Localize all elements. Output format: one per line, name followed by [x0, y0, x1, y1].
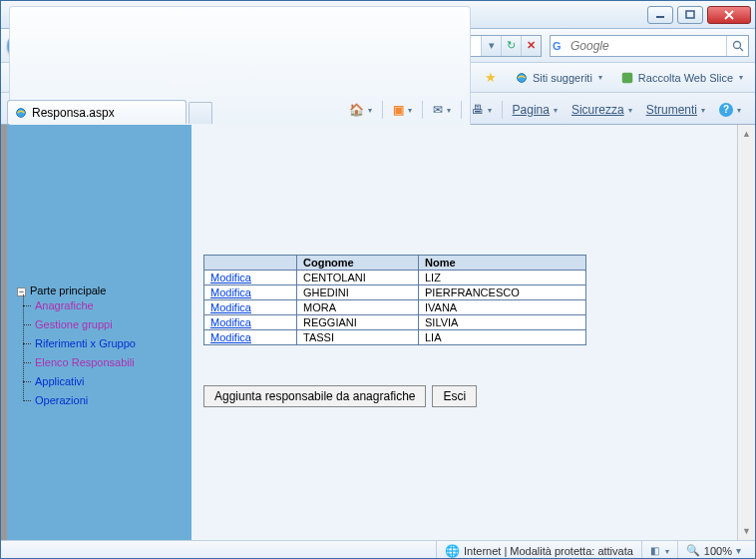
cell-cognome: MORA	[297, 300, 419, 315]
page-label: Pagina	[513, 103, 550, 117]
zoom-control[interactable]: 🔍 100% ▾	[677, 541, 749, 559]
close-button[interactable]	[707, 6, 751, 24]
svg-rect-9	[622, 72, 633, 83]
search-input[interactable]	[568, 38, 726, 54]
edit-link[interactable]: Modifica	[210, 301, 251, 313]
svg-line-7	[740, 48, 743, 51]
status-dropdown[interactable]	[663, 545, 669, 556]
globe-icon: 🌐	[445, 544, 460, 558]
cell-nome: LIA	[419, 330, 586, 345]
status-bar: 🌐 Internet | Modalità protetta: attivata…	[1, 540, 755, 559]
scroll-down-icon[interactable]: ▼	[742, 524, 751, 538]
zoom-icon: 🔍	[686, 544, 700, 557]
edit-link[interactable]: Modifica	[210, 272, 251, 283]
home-icon: 🏠	[349, 103, 364, 117]
feeds-button[interactable]: ▣	[389, 101, 416, 119]
ie-icon	[14, 106, 28, 120]
tab-label: Responsa.aspx	[32, 106, 115, 120]
safety-menu[interactable]: Sicurezza	[567, 101, 636, 119]
vertical-scrollbar[interactable]: ▲ ▼	[737, 125, 755, 540]
suggested-sites-link[interactable]: Siti suggeriti	[511, 71, 606, 85]
svg-text:G: G	[553, 40, 562, 52]
add-responsabile-button[interactable]: Aggiunta responsabile da anagrafiche	[203, 385, 426, 407]
tree-item[interactable]: Operazioni	[15, 391, 184, 410]
collapse-icon[interactable]: −	[17, 287, 26, 296]
tree-item[interactable]: Riferimenti x Gruppo	[15, 334, 184, 353]
th-action	[204, 256, 297, 271]
edit-link[interactable]: Modifica	[210, 316, 251, 328]
security-zone: 🌐 Internet | Modalità protetta: attivata	[436, 541, 641, 559]
edit-link[interactable]: Modifica	[210, 331, 251, 343]
table-row: ModificaGHEDINIPIERFRANCESCO	[204, 285, 586, 300]
tools-menu[interactable]: Strumenti	[642, 101, 709, 119]
tree-item-label: Applicativi	[35, 375, 85, 387]
cell-nome: SILVIA	[419, 315, 586, 330]
cell-cognome: GHEDINI	[297, 285, 419, 300]
content-area: −Parte principale AnagraficheGestione gr…	[1, 125, 755, 540]
page-menu[interactable]: Pagina	[509, 101, 562, 119]
svg-rect-1	[656, 16, 664, 18]
zoom-label: 100%	[704, 545, 732, 557]
favorites-bar: ★ Preferiti ★ Siti suggeriti Raccolta We…	[1, 63, 755, 93]
tree-item[interactable]: Gestione gruppi	[15, 315, 184, 334]
main-panel: Cognome Nome ModificaCENTOLANILIZModific…	[191, 125, 737, 540]
star-add-icon: ★	[485, 70, 497, 85]
refresh-button[interactable]: ↻	[501, 36, 521, 56]
search-button[interactable]	[726, 36, 748, 56]
webslice-link[interactable]: Raccolta Web Slice	[616, 71, 747, 85]
maximize-button[interactable]	[677, 6, 703, 24]
tree-sidebar: −Parte principale AnagraficheGestione gr…	[7, 125, 191, 540]
help-button[interactable]: ?	[715, 101, 745, 119]
table-row: ModificaTASSILIA	[204, 330, 586, 345]
rss-icon: ▣	[393, 103, 404, 117]
cell-nome: IVANA	[419, 300, 586, 315]
th-nome: Nome	[419, 256, 586, 271]
table-row: ModificaMORAIVANA	[204, 300, 586, 315]
tree-root-node[interactable]: −Parte principale	[15, 284, 184, 296]
ie-icon	[515, 71, 529, 85]
edit-link[interactable]: Modifica	[210, 286, 251, 298]
url-dropdown[interactable]: ▾	[481, 36, 501, 56]
help-icon: ?	[719, 103, 733, 117]
tree-item-label: Elenco Responsabili	[35, 356, 135, 368]
table-row: ModificaREGGIANISILVIA	[204, 315, 586, 330]
minimize-button[interactable]	[647, 6, 673, 24]
tree-item-label: Anagrafiche	[35, 299, 94, 311]
tree-item-label: Riferimenti x Gruppo	[35, 337, 136, 349]
add-favorite-button[interactable]: ★	[481, 70, 501, 85]
tree-item-label: Gestione gruppi	[35, 318, 113, 330]
mail-button[interactable]: ✉	[429, 101, 455, 119]
svg-rect-2	[686, 11, 694, 18]
tree-root-label: Parte principale	[30, 284, 106, 296]
table-row: ModificaCENTOLANILIZ	[204, 271, 586, 285]
tree-item[interactable]: Anagrafiche	[15, 296, 184, 315]
tree-item-label: Operazioni	[35, 394, 88, 406]
responsabili-table: Cognome Nome ModificaCENTOLANILIZModific…	[203, 255, 586, 345]
print-button[interactable]: 🖶	[468, 101, 496, 119]
cell-nome: LIZ	[419, 271, 586, 285]
new-tab-button[interactable]	[189, 102, 212, 124]
webslice-label: Raccolta Web Slice	[638, 72, 733, 84]
tools-label: Strumenti	[646, 103, 697, 117]
th-cognome: Cognome	[297, 256, 419, 271]
protected-mode-icon[interactable]: ◧	[650, 545, 659, 556]
tree-item[interactable]: Elenco Responsabili	[15, 353, 184, 372]
chevron-down-icon[interactable]: ▾	[736, 545, 741, 556]
scroll-up-icon[interactable]: ▲	[742, 127, 751, 141]
status-icons: ◧	[641, 541, 677, 559]
webslice-icon	[620, 71, 634, 85]
cell-nome: PIERFRANCESCO	[419, 285, 586, 300]
exit-button[interactable]: Esci	[432, 385, 477, 407]
command-bar: 🏠 ▣ ✉ 🖶 Pagina Sicurezza Strumenti ?	[345, 96, 749, 124]
safety-label: Sicurezza	[571, 103, 624, 117]
tab-active[interactable]: Responsa.aspx	[7, 100, 187, 124]
stop-button[interactable]: ✕	[521, 36, 541, 56]
cell-cognome: CENTOLANI	[297, 271, 419, 285]
suggested-label: Siti suggeriti	[533, 72, 592, 84]
svg-point-6	[733, 41, 740, 48]
search-bar: G	[550, 35, 749, 57]
zone-label: Internet | Modalità protetta: attivata	[464, 545, 633, 557]
home-button[interactable]: 🏠	[345, 101, 376, 119]
print-icon: 🖶	[472, 103, 484, 117]
tree-item[interactable]: Applicativi	[15, 372, 184, 391]
